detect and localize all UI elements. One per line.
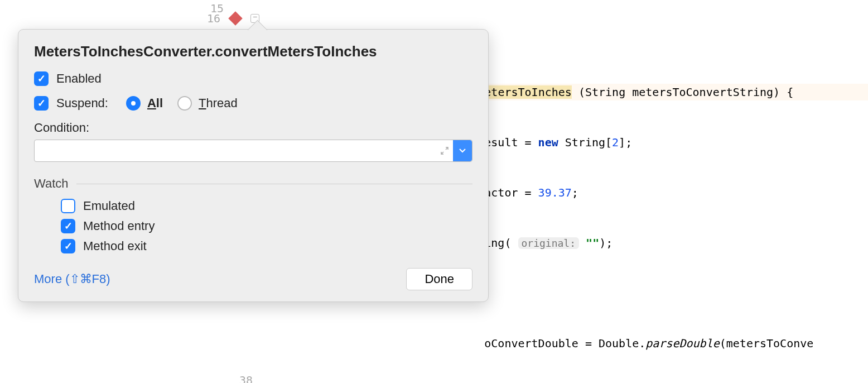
suspend-label: Suspend: [56,96,108,111]
suspend-thread-radio[interactable] [177,96,192,111]
method-exit-label: Method exit [83,239,147,253]
method-exit-checkbox[interactable] [61,239,75,253]
suspend-all-label: All [147,96,163,111]
suspend-all-radio[interactable] [126,96,141,111]
watch-header: Watch [34,176,69,191]
done-button[interactable]: Done [406,268,472,290]
suspend-checkbox[interactable] [34,96,49,111]
condition-label: Condition: [34,121,472,135]
popup-title: MetersToInchesConverter.convertMetersToI… [34,43,472,60]
history-dropdown-button[interactable] [453,140,472,161]
breakpoint-popup: MetersToInchesConverter.convertMetersToI… [18,29,489,302]
line-number: 38 [226,374,259,383]
condition-input[interactable] [35,140,436,161]
suspend-thread-label: Thread [199,96,238,111]
expand-icon[interactable] [436,140,453,161]
line-number: 16 [194,12,227,25]
emulated-checkbox[interactable] [61,199,75,213]
param-hint: original: [518,237,580,249]
breakpoint-icon[interactable] [228,11,242,25]
emulated-label: Emulated [83,199,135,213]
more-link[interactable]: More (⇧⌘F8) [34,272,110,286]
enabled-label: Enabled [56,71,102,86]
condition-field [34,140,472,162]
divider [76,184,472,184]
method-entry-label: Method entry [83,219,155,233]
enabled-checkbox[interactable] [34,71,49,86]
method-entry-checkbox[interactable] [61,219,75,233]
